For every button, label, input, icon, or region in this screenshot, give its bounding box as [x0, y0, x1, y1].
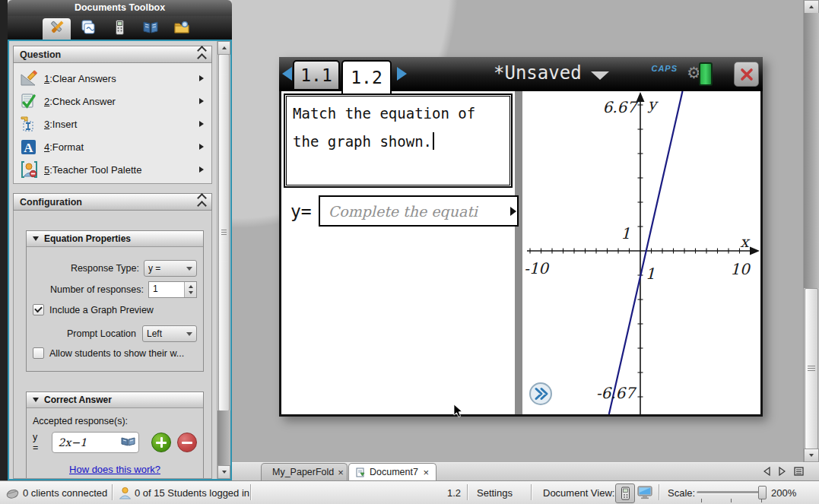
- toolbox-tab-handheld[interactable]: [105, 18, 133, 40]
- utilities-icon: [173, 18, 191, 40]
- document-title-menu[interactable]: *Unsaved: [494, 62, 609, 84]
- prompt-location-dropdown[interactable]: Left: [142, 325, 197, 342]
- page-back-icon[interactable]: [282, 67, 292, 81]
- scale-slider-thumb[interactable]: [758, 486, 767, 499]
- menu-item-check-answer[interactable]: 2:Check Answer: [14, 90, 211, 113]
- computer-view-button[interactable]: [637, 486, 652, 502]
- document-tab-bar: My_PaperFold × Document7 ×: [232, 462, 819, 481]
- overflow-arrow-icon: [510, 207, 516, 216]
- caps-indicator: CAPS: [651, 64, 678, 73]
- scroll-up-icon[interactable]: [217, 41, 230, 55]
- toolbox-tab-content-explorer[interactable]: [136, 18, 164, 40]
- configuration-panel: Configuration Equation Properties Respon…: [13, 193, 212, 479]
- graph-preview-label: Include a Graph Preview: [49, 305, 154, 315]
- toolbox-tab-page-sorter[interactable]: [74, 18, 102, 40]
- question-text[interactable]: Match the equation of the graph shown.: [286, 96, 510, 185]
- workspace-scrollbar[interactable]: [803, 0, 819, 462]
- stepper-down-icon[interactable]: [189, 291, 193, 294]
- correct-answer-header[interactable]: Correct Answer: [27, 392, 203, 408]
- scroll-down-icon[interactable]: [804, 449, 819, 462]
- handheld-view-button[interactable]: [615, 483, 635, 503]
- y-axis-arrow-icon: [636, 92, 645, 102]
- scale-slider-track[interactable]: [697, 491, 765, 494]
- prev-tab-icon[interactable]: [763, 467, 770, 476]
- handheld-setup-icon: [110, 18, 129, 40]
- stepper-buttons[interactable]: [184, 282, 196, 297]
- equation-prompt-label: y=: [290, 201, 312, 221]
- graph-preview-checkbox[interactable]: [33, 304, 44, 315]
- pane-divider[interactable]: [515, 91, 522, 414]
- close-document-button[interactable]: [734, 62, 759, 87]
- collapse-icon[interactable]: [198, 47, 205, 62]
- computer-view-icon: [637, 486, 652, 499]
- doc-tab-my-paperfold[interactable]: My_PaperFold ×: [261, 463, 348, 480]
- page-tab-1-2[interactable]: 1.2: [341, 60, 392, 95]
- scroll-up-icon[interactable]: [804, 0, 819, 14]
- toolbox-title: Documents Toolbox: [8, 0, 232, 16]
- submenu-arrow-icon: [199, 98, 204, 104]
- page-forward-icon[interactable]: [397, 67, 407, 81]
- settings-button[interactable]: Settings: [477, 487, 513, 499]
- menu-accelerator: 1: [44, 73, 49, 84]
- question-panel-header[interactable]: Question: [13, 46, 212, 63]
- status-bar: 0 clients connected 0 of 15 Students log…: [0, 480, 819, 504]
- menu-item-teacher-tool-palette[interactable]: 5:Teacher Tool Palette: [14, 158, 211, 181]
- toolbox-tab-document-tools[interactable]: [43, 18, 71, 40]
- equation-properties-title: Equation Properties: [44, 233, 131, 244]
- expand-chevron-button[interactable]: [530, 383, 551, 404]
- graph-pane[interactable]: 6.67 y 1 -10 1 10 x -6.67: [522, 91, 760, 414]
- submenu-arrow-icon: [199, 121, 204, 127]
- equation-response-row: y= Complete the equati: [290, 195, 519, 227]
- question-text-box[interactable]: Match the equation of the graph shown.: [284, 94, 513, 188]
- help-link[interactable]: How does this work?: [27, 464, 203, 475]
- sidebar-scrollbar[interactable]: [217, 41, 230, 479]
- question-pane[interactable]: Match the equation of the graph shown. y…: [281, 91, 515, 414]
- configuration-panel-header[interactable]: Configuration: [13, 193, 212, 211]
- doc-tab-document7[interactable]: Document7 ×: [348, 463, 436, 480]
- remove-response-button[interactable]: [177, 433, 197, 452]
- menu-label: :Clear Answers: [49, 73, 116, 84]
- sidebar-scrollbar-thumb[interactable]: [218, 54, 230, 411]
- toolbox-toolbar: [8, 16, 232, 40]
- clients-status: 0 clients connected: [23, 487, 107, 499]
- add-response-button[interactable]: [151, 433, 171, 452]
- submenu-arrow-icon: [199, 144, 204, 150]
- template-book-icon[interactable]: [121, 436, 135, 449]
- format-icon: A: [20, 138, 40, 156]
- stepper-up-icon[interactable]: [189, 285, 193, 288]
- close-tab-icon[interactable]: ×: [423, 467, 429, 478]
- page-tab-1-1[interactable]: 1.1: [293, 60, 340, 90]
- workspace-scrollbar-thumb[interactable]: [805, 288, 818, 449]
- close-tab-icon[interactable]: ×: [338, 467, 344, 478]
- tab-navigation: [763, 467, 804, 476]
- show-work-checkbox[interactable]: [33, 347, 44, 359]
- question-line-1: Match the equation of: [293, 105, 475, 122]
- graph-preview: 6.67 y 1 -10 1 10 x -6.67: [522, 91, 760, 414]
- equation-properties-header[interactable]: Equation Properties: [27, 231, 203, 247]
- collapse-icon[interactable]: [198, 195, 205, 209]
- submenu-arrow-icon: [199, 166, 204, 173]
- toolbox-tab-utilities[interactable]: [167, 18, 195, 40]
- num-responses-stepper[interactable]: 1: [148, 281, 197, 298]
- scroll-down-icon[interactable]: [217, 465, 230, 479]
- insert-icon: [20, 115, 40, 133]
- next-tab-icon[interactable]: [779, 467, 786, 476]
- response-type-dropdown[interactable]: y =: [144, 260, 197, 277]
- page-sorter-icon: [79, 18, 97, 40]
- show-work-label: Allow students to show their w...: [49, 348, 184, 359]
- menu-item-format[interactable]: A 4:Format: [14, 135, 211, 158]
- expanded-triangle-icon: [33, 236, 39, 241]
- menu-accelerator: 2: [44, 96, 49, 107]
- page-tab-label: 1.2: [351, 68, 383, 87]
- tab-list-icon[interactable]: [794, 467, 804, 476]
- battery-icon: [699, 62, 713, 86]
- sidebar-scrollbar-track[interactable]: [217, 410, 230, 466]
- dropdown-arrow-icon: [186, 267, 192, 271]
- menu-item-insert[interactable]: 3:Insert: [14, 113, 211, 135]
- accepted-response-input[interactable]: 2x−1: [52, 432, 139, 453]
- question-panel: Question 1:Clear Answers: [13, 46, 212, 184]
- menu-item-clear-answers[interactable]: 1:Clear Answers: [14, 67, 211, 90]
- workspace-scrollbar-track[interactable]: [804, 13, 819, 288]
- prompt-location-value: Left: [147, 328, 162, 339]
- equation-input[interactable]: Complete the equati: [319, 195, 519, 227]
